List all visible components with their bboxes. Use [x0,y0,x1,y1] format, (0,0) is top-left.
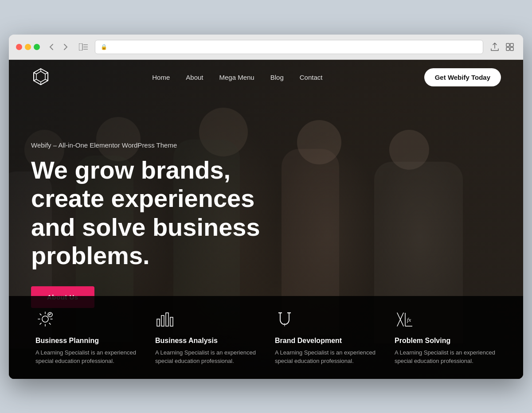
traffic-lights [16,44,40,50]
minimize-button[interactable] [25,44,31,50]
navigation-buttons [45,41,72,53]
browser-chrome: 🔒 [9,35,523,60]
back-button[interactable] [45,41,58,53]
feature-problem-solving: fx Problem Solving A Learning Specialist… [390,309,501,366]
nav-contact[interactable]: Contact [300,74,323,81]
svg-rect-5 [510,43,513,47]
nav-blog[interactable]: Blog [270,74,284,81]
sidebar-toggle-button[interactable] [77,41,90,53]
svg-rect-20 [166,313,168,326]
feature-3-title: Brand Development [275,337,377,345]
feature-1-title: Business Planning [35,337,137,345]
address-bar[interactable]: 🔒 [95,40,483,54]
browser-window: 🔒 [9,35,523,379]
navbar: Home About Mega Menu Blog Contact Get We… [9,60,523,95]
logo-icon [31,68,51,87]
feature-brand-development: Brand Development A Learning Specialist … [270,309,381,366]
feature-business-analysis: Business Analysis A Learning Specialist … [151,309,262,366]
new-tab-button[interactable] [504,41,516,53]
forward-button[interactable] [59,41,72,53]
get-webify-button[interactable]: Get Webify Today [424,68,501,86]
feature-4-desc: A Learning Specialist is an experienced … [395,348,497,366]
feature-1-desc: A Learning Specialist is an experienced … [35,348,137,366]
function-icon: fx [395,309,414,329]
hero-content: Webify – All-in-One Elementor WordPress … [31,141,297,308]
svg-rect-0 [79,43,82,51]
svg-rect-6 [506,47,509,51]
hero-subtitle: Webify – All-in-One Elementor WordPress … [31,141,297,149]
nav-links: Home About Mega Menu Blog Contact [152,74,322,82]
bar-chart-icon [155,309,175,329]
hero-title: We grow brands, create experiences and s… [31,156,297,270]
svg-rect-7 [510,47,513,51]
feature-3-desc: A Learning Specialist is an experienced … [275,348,377,366]
feature-business-planning: Business Planning A Learning Specialist … [31,309,142,366]
feature-4-title: Problem Solving [395,337,497,345]
features-bar: Business Planning A Learning Specialist … [9,296,523,379]
share-button[interactable] [489,41,501,53]
feature-2-desc: A Learning Specialist is an experienced … [155,348,257,366]
website-content: Home About Mega Menu Blog Contact Get We… [9,60,523,379]
svg-rect-21 [170,317,173,326]
logo[interactable] [31,68,51,87]
svg-marker-9 [36,71,45,82]
hero-section: Home About Mega Menu Blog Contact Get We… [9,60,523,379]
feature-2-title: Business Analysis [155,337,257,345]
nav-about[interactable]: About [186,74,203,81]
browser-action-buttons [489,41,516,53]
gear-settings-icon [35,309,55,329]
svg-rect-19 [161,316,164,326]
svg-text:fx: fx [407,316,411,323]
svg-rect-4 [506,43,509,47]
magnet-icon [275,309,294,329]
nav-home[interactable]: Home [152,74,170,81]
maximize-button[interactable] [34,44,40,50]
svg-point-16 [42,316,48,322]
nav-mega-menu[interactable]: Mega Menu [219,74,254,81]
close-button[interactable] [16,44,22,50]
svg-rect-18 [157,319,160,326]
